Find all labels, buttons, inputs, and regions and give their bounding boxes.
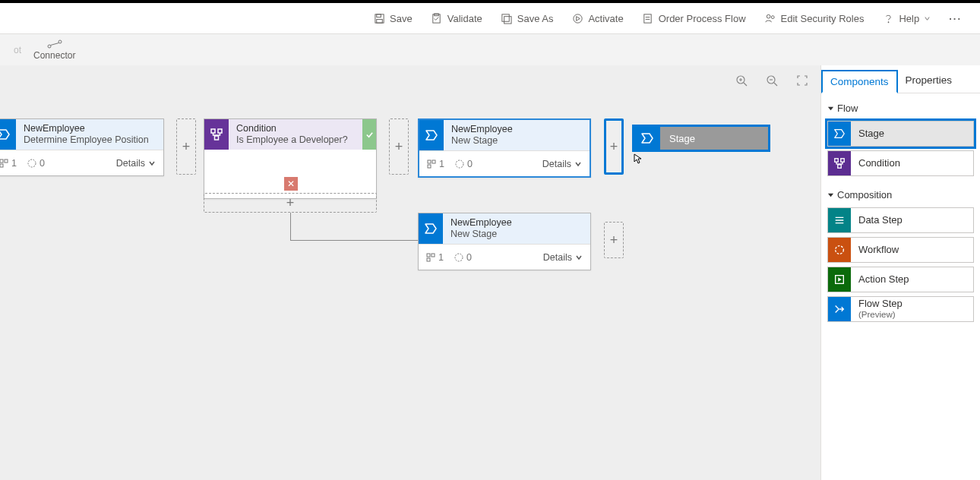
stage-card-determine-position[interactable]: NewEmployee Determine Employee Position … — [0, 118, 164, 176]
save-button[interactable]: Save — [364, 3, 422, 33]
details-toggle[interactable]: Details — [116, 158, 156, 169]
palette-data-step[interactable]: Data Step — [827, 207, 974, 233]
edit-security-roles-button[interactable]: Edit Security Roles — [755, 3, 874, 33]
svg-rect-5 — [502, 14, 509, 21]
duration-count: 0 — [455, 159, 473, 169]
stage-entity: NewEmployee — [24, 123, 163, 134]
palette-flow-step[interactable]: Flow Step (Preview) — [827, 296, 974, 322]
svg-point-13 — [58, 40, 62, 43]
more-commands-button[interactable]: ··· — [940, 3, 971, 33]
add-slot-active[interactable]: + — [604, 118, 624, 175]
duration-count: 0 — [454, 252, 472, 263]
add-slot[interactable]: + — [176, 118, 196, 175]
svg-point-12 — [48, 45, 51, 48]
palette-condition[interactable]: Condition — [827, 150, 974, 176]
palette-stage[interactable]: Stage — [827, 121, 974, 147]
sub-toolbar: ot Connector — [0, 33, 980, 65]
stage-entity: NewEmployee — [450, 217, 590, 229]
add-slot[interactable]: + — [604, 222, 624, 258]
steps-count: 1 — [426, 252, 444, 263]
svg-rect-24 — [432, 160, 435, 163]
order-process-flow-button[interactable]: Order Process Flow — [633, 3, 755, 33]
svg-rect-31 — [835, 159, 838, 162]
stage-icon — [828, 122, 851, 146]
help-icon — [882, 12, 894, 24]
stage-name: New Stage — [451, 135, 590, 147]
save-as-label: Save As — [517, 13, 554, 24]
svg-point-26 — [456, 160, 463, 168]
fit-to-screen-button[interactable] — [795, 73, 810, 88]
svg-rect-22 — [215, 136, 219, 140]
drag-preview-stage: Stage — [632, 125, 770, 152]
connector-tool[interactable]: Connector — [33, 39, 75, 61]
validate-button[interactable]: Validate — [422, 3, 492, 33]
collapse-icon — [827, 105, 834, 112]
more-icon: ··· — [949, 13, 962, 24]
svg-rect-2 — [376, 19, 382, 23]
details-toggle[interactable]: Details — [543, 252, 583, 263]
stage-entity: NewEmployee — [451, 124, 590, 135]
stage-name: New Stage — [450, 229, 590, 240]
duration-count: 0 — [27, 158, 45, 169]
svg-point-30 — [455, 254, 463, 261]
collapse-icon — [827, 191, 834, 198]
condition-no-delete[interactable]: ✕ — [284, 177, 298, 191]
svg-point-11 — [888, 21, 889, 22]
command-bar: Save Validate Save As Activate Order Pro… — [0, 3, 980, 33]
tab-components[interactable]: Components — [821, 70, 898, 93]
zoom-in-button[interactable] — [734, 73, 749, 88]
workflow-icon — [828, 238, 851, 262]
activate-icon — [571, 12, 583, 24]
order-label: Order Process Flow — [659, 13, 746, 24]
svg-rect-6 — [504, 16, 511, 23]
security-icon — [764, 12, 776, 24]
save-as-icon — [501, 12, 513, 24]
data-step-icon — [828, 208, 851, 232]
activate-button[interactable]: Activate — [562, 3, 632, 33]
validate-icon — [431, 12, 443, 24]
save-as-button[interactable]: Save As — [492, 3, 563, 33]
condition-icon — [204, 119, 229, 150]
details-toggle[interactable]: Details — [542, 159, 582, 169]
svg-rect-29 — [427, 258, 430, 261]
save-label: Save — [390, 13, 413, 24]
truncated-label: ot — [14, 45, 21, 55]
svg-rect-20 — [211, 129, 215, 133]
svg-rect-33 — [838, 165, 841, 168]
svg-rect-28 — [432, 254, 435, 257]
help-button[interactable]: Help — [873, 3, 940, 33]
add-slot[interactable]: + — [389, 118, 409, 175]
security-label: Edit Security Roles — [781, 13, 865, 24]
group-flow-header[interactable]: Flow — [826, 99, 975, 117]
svg-point-9 — [767, 14, 770, 18]
svg-rect-16 — [0, 159, 3, 163]
svg-rect-1 — [376, 14, 381, 17]
group-composition-header[interactable]: Composition — [826, 186, 975, 204]
svg-rect-8 — [644, 14, 651, 22]
stage-icon — [419, 213, 443, 244]
condition-icon — [828, 151, 851, 175]
steps-count: 1 — [427, 159, 444, 169]
svg-point-19 — [28, 159, 36, 167]
svg-rect-27 — [427, 254, 430, 257]
svg-rect-23 — [428, 160, 431, 163]
svg-point-34 — [836, 246, 844, 254]
svg-point-7 — [574, 14, 582, 22]
stage-card-new-stage-top[interactable]: NewEmployee New Stage 1 0 Details — [418, 118, 591, 178]
tab-properties[interactable]: Properties — [898, 70, 960, 93]
zoom-out-button[interactable] — [764, 73, 779, 88]
stage-card-new-stage-bottom[interactable]: NewEmployee New Stage 1 0 Details — [418, 213, 591, 270]
zoom-controls — [734, 73, 810, 88]
palette-action-step[interactable]: Action Step — [827, 267, 974, 292]
steps-count: 1 — [0, 158, 17, 169]
action-step-icon — [828, 267, 851, 292]
activate-label: Activate — [588, 13, 623, 24]
svg-rect-25 — [428, 165, 431, 168]
validate-label: Validate — [447, 13, 482, 24]
add-slot-below-condition[interactable]: + — [204, 193, 377, 213]
designer-canvas[interactable]: NewEmployee Determine Employee Position … — [0, 65, 820, 480]
connector-icon — [47, 39, 62, 49]
palette-workflow[interactable]: Workflow — [827, 237, 974, 263]
condition-yes-indicator — [362, 119, 376, 150]
stage-icon — [419, 120, 444, 150]
